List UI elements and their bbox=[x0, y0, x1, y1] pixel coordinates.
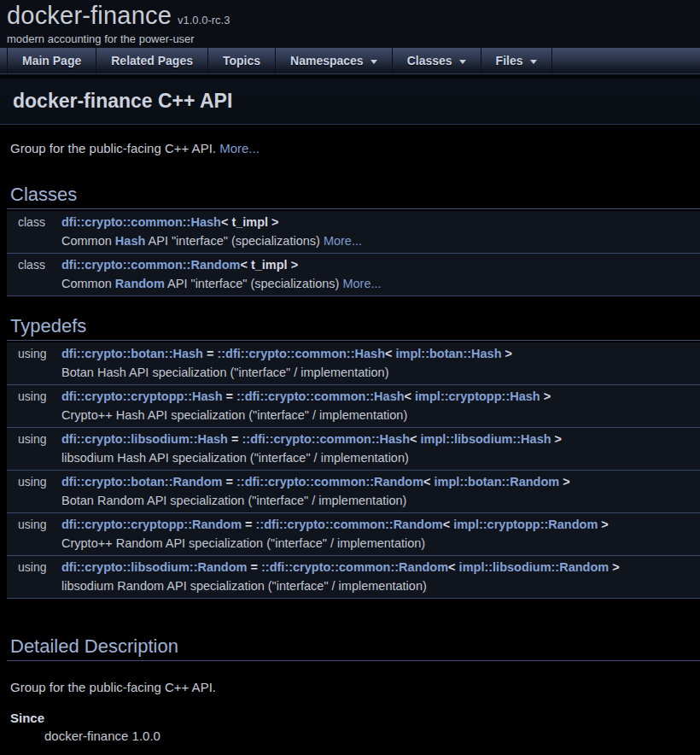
member-desc: Common Hash API "interface" (specializat… bbox=[7, 234, 700, 249]
page-header: docker-finance C++ API bbox=[0, 79, 700, 125]
typedef-name-link[interactable]: dfi::crypto::libsodium::Random bbox=[61, 560, 247, 574]
tab-classes-label: Classes bbox=[407, 54, 452, 67]
desc-text: Common bbox=[61, 234, 115, 248]
member-kind: class bbox=[7, 215, 61, 230]
title-area: docker-finance v1.0.0-rc.3 modern accoun… bbox=[0, 0, 700, 48]
angle-close-token: > bbox=[551, 432, 563, 446]
typedef-target-link[interactable]: ::dfi::crypto::common::Hash bbox=[217, 347, 385, 360]
desc-text: Common bbox=[61, 277, 115, 290]
more-link[interactable]: More... bbox=[324, 234, 362, 248]
equals-token: = bbox=[222, 475, 236, 489]
class-row: classdfi::crypto::common::Hash< t_impl >… bbox=[7, 211, 700, 254]
group-summary-text: Group for the public-facing C++ API. bbox=[10, 141, 216, 155]
member-desc: Botan Random API specialization ("interf… bbox=[7, 494, 700, 508]
chevron-down-icon bbox=[530, 60, 537, 64]
typedef-name-link[interactable]: dfi::crypto::cryptopp::Random bbox=[61, 518, 242, 531]
member-kind: using bbox=[7, 518, 61, 532]
class-link[interactable]: dfi::crypto::common::Random bbox=[61, 258, 240, 272]
detailed-paragraph: Group for the public-facing C++ API. bbox=[10, 680, 690, 694]
typedef-impl-link[interactable]: impl::libsodium::Random bbox=[459, 560, 610, 574]
described-class-link[interactable]: Hash bbox=[115, 234, 145, 248]
typedef-target-link[interactable]: ::dfi::crypto::common::Random bbox=[261, 560, 448, 574]
detailed-description: Group for the public-facing C++ API. Sin… bbox=[10, 680, 690, 743]
more-link[interactable]: More... bbox=[219, 141, 260, 155]
typedef-impl-link[interactable]: impl::cryptopp::Random bbox=[453, 518, 598, 531]
tab-main-page[interactable]: Main Page bbox=[7, 48, 96, 73]
since-label: Since bbox=[10, 711, 690, 725]
typedef-row: usingdfi::crypto::libsodium::Hash = ::df… bbox=[7, 428, 700, 471]
class-row: classdfi::crypto::common::Random< t_impl… bbox=[7, 254, 700, 296]
tab-related-pages-label: Related Pages bbox=[111, 54, 193, 67]
member-desc: Crypto++ Hash API specialization ("inter… bbox=[7, 408, 700, 423]
classes-table: classdfi::crypto::common::Hash< t_impl >… bbox=[7, 211, 700, 296]
angle-open-token: < bbox=[385, 347, 396, 360]
member-kind: using bbox=[7, 389, 61, 404]
tab-related-pages[interactable]: Related Pages bbox=[96, 48, 208, 73]
angle-open-token: < bbox=[423, 475, 435, 489]
angle-open-token: < bbox=[443, 518, 454, 531]
member-desc: Botan Hash API specialization ("interfac… bbox=[7, 366, 700, 380]
since-block: Since docker-finance 1.0.0 bbox=[10, 711, 690, 743]
page-title: docker-finance C++ API bbox=[13, 90, 687, 113]
template-args: < t_impl > bbox=[240, 258, 298, 272]
project-version: v1.0.0-rc.3 bbox=[178, 14, 230, 26]
member-kind: using bbox=[7, 432, 61, 447]
member-kind: using bbox=[7, 475, 61, 489]
desc-text: API "interface" (specializations) bbox=[165, 277, 343, 290]
typedef-row: usingdfi::crypto::cryptopp::Random = ::d… bbox=[7, 513, 700, 556]
group-summary: Group for the public-facing C++ API. Mor… bbox=[10, 141, 690, 155]
typedef-impl-link[interactable]: impl::botan::Random bbox=[435, 475, 560, 489]
typedef-target-link[interactable]: ::dfi::crypto::common::Random bbox=[256, 518, 443, 531]
project-brief: modern accounting for the power-user bbox=[7, 32, 700, 45]
typedef-row: usingdfi::crypto::botan::Hash = ::dfi::c… bbox=[7, 342, 700, 385]
angle-open-token: < bbox=[405, 389, 416, 403]
equals-token: = bbox=[223, 389, 237, 403]
tab-files-label: Files bbox=[496, 54, 523, 67]
typedef-name-link[interactable]: dfi::crypto::libsodium::Hash bbox=[61, 432, 228, 446]
member-desc: Common Random API "interface" (specializ… bbox=[7, 277, 700, 291]
typedef-name-link[interactable]: dfi::crypto::cryptopp::Hash bbox=[61, 389, 223, 403]
member-desc: Crypto++ Random API specialization ("int… bbox=[7, 536, 700, 551]
typedef-target-link[interactable]: ::dfi::crypto::common::Random bbox=[236, 475, 423, 489]
member-desc: libsodium Random API specialization ("in… bbox=[7, 579, 700, 594]
typedef-target-link[interactable]: ::dfi::crypto::common::Hash bbox=[236, 389, 405, 403]
typedef-row: usingdfi::crypto::libsodium::Random = ::… bbox=[7, 556, 700, 599]
typedef-name-link[interactable]: dfi::crypto::botan::Hash bbox=[61, 347, 203, 360]
described-class-link[interactable]: Random bbox=[115, 277, 165, 290]
tab-namespaces[interactable]: Namespaces bbox=[276, 48, 393, 73]
tab-classes[interactable]: Classes bbox=[393, 48, 481, 73]
template-args: < t_impl > bbox=[221, 215, 279, 229]
typedef-name-link[interactable]: dfi::crypto::botan::Random bbox=[61, 475, 222, 489]
angle-open-token: < bbox=[410, 432, 421, 446]
member-kind: using bbox=[7, 560, 61, 575]
member-kind: using bbox=[7, 347, 61, 361]
tab-topics[interactable]: Topics bbox=[208, 48, 276, 73]
section-heading-detailed-description: Detailed Description bbox=[7, 635, 700, 661]
typedef-impl-link[interactable]: impl::cryptopp::Hash bbox=[415, 389, 540, 403]
typedef-target-link[interactable]: ::dfi::crypto::common::Hash bbox=[242, 432, 410, 446]
contents: Group for the public-facing C++ API. Mor… bbox=[0, 141, 700, 743]
angle-close-token: > bbox=[502, 347, 513, 360]
section-heading-classes: Classes bbox=[7, 184, 700, 209]
since-value: docker-finance 1.0.0 bbox=[44, 729, 690, 743]
tab-namespaces-label: Namespaces bbox=[290, 54, 364, 67]
typedefs-table: usingdfi::crypto::botan::Hash = ::dfi::c… bbox=[7, 342, 700, 599]
typedef-impl-link[interactable]: impl::libsodium::Hash bbox=[421, 432, 551, 446]
member-kind: class bbox=[7, 258, 61, 272]
typedef-impl-link[interactable]: impl::botan::Hash bbox=[396, 347, 502, 360]
tab-main-page-label: Main Page bbox=[22, 54, 81, 67]
section-heading-typedefs: Typedefs bbox=[7, 315, 700, 341]
angle-close-token: > bbox=[598, 518, 609, 531]
angle-open-token: < bbox=[448, 560, 459, 574]
member-desc: libsodium Hash API specialization ("inte… bbox=[7, 451, 700, 465]
typedef-row: usingdfi::crypto::cryptopp::Hash = ::dfi… bbox=[7, 385, 700, 428]
tab-files[interactable]: Files bbox=[481, 48, 552, 73]
equals-token: = bbox=[228, 432, 242, 446]
angle-close-token: > bbox=[540, 389, 551, 403]
more-link[interactable]: More... bbox=[342, 277, 381, 290]
main-nav: Main Page Related Pages Topics Namespace… bbox=[0, 48, 700, 74]
desc-text: API "interface" (specializations) bbox=[145, 234, 324, 248]
angle-close-token: > bbox=[609, 560, 620, 574]
typedef-row: usingdfi::crypto::botan::Random = ::dfi:… bbox=[7, 471, 700, 513]
class-link[interactable]: dfi::crypto::common::Hash bbox=[61, 215, 221, 229]
